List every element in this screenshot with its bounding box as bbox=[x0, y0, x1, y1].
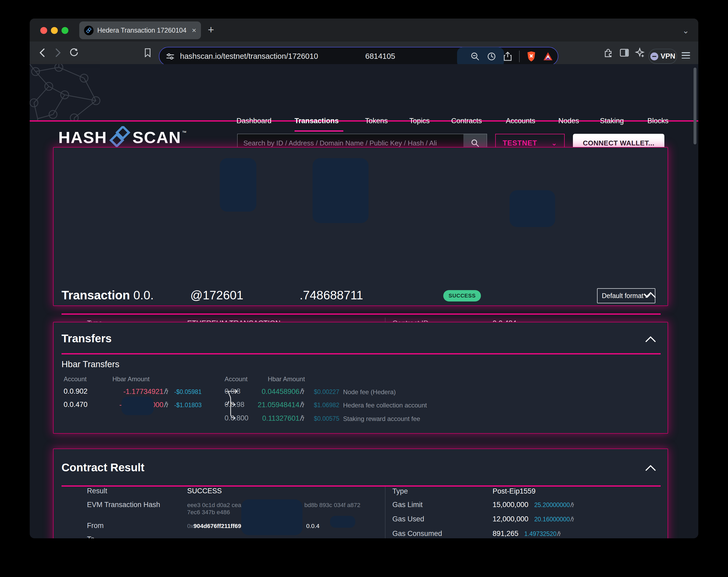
sender-account[interactable]: 0.0.470 bbox=[63, 401, 87, 409]
row-gas-consumed: Gas Consumed891,265 1.49732520ℏ bbox=[392, 529, 561, 538]
column-divider bbox=[385, 487, 386, 538]
nav-item-topics[interactable]: Topics bbox=[409, 117, 430, 125]
row-evm-hash: EVM Transaction Hash eee3 0c1d d0a2 ceab… bbox=[87, 500, 360, 516]
contract-result-card: Contract Result ResultSUCCESS EVM Transa… bbox=[53, 448, 668, 538]
row-result: ResultSUCCESS bbox=[87, 486, 222, 496]
receiver-description: Staking reward account fee bbox=[343, 415, 420, 422]
vpn-button[interactable]: VPN bbox=[648, 49, 677, 64]
hbar-transfers-subtitle: Hbar Transfers bbox=[61, 359, 119, 369]
collapse-chevron-icon[interactable] bbox=[645, 336, 656, 342]
transaction-title: Transaction 0.0.@172601.748688711 bbox=[61, 288, 363, 302]
nav-item-accounts[interactable]: Accounts bbox=[506, 117, 535, 125]
nav-item-nodes[interactable]: Nodes bbox=[558, 117, 579, 125]
sender-usd: -$1.01803 bbox=[174, 402, 202, 409]
url-text: hashscan.io/testnet/transaction/17260106… bbox=[180, 52, 395, 61]
redaction-box bbox=[313, 158, 368, 223]
collapse-chevron-icon[interactable] bbox=[645, 292, 656, 298]
tab-close-icon[interactable]: × bbox=[192, 26, 196, 35]
history-clock-icon[interactable] bbox=[487, 52, 496, 61]
sender-account[interactable]: 0.0.902 bbox=[63, 387, 87, 395]
transfers-title: Transfers bbox=[61, 332, 112, 345]
sender-usd: -$0.05981 bbox=[174, 388, 202, 395]
desktop: Hedera Transaction 17260104 × + ⌄ hashsc… bbox=[0, 0, 728, 577]
receiver-account[interactable]: 0.0.8 bbox=[225, 387, 240, 395]
title-divider bbox=[61, 353, 661, 354]
contract-result-title: Contract Result bbox=[61, 461, 145, 474]
logo-scan-text: SCAN bbox=[133, 128, 181, 147]
scrollbar-thumb[interactable] bbox=[694, 67, 697, 144]
menu-hamburger-icon[interactable] bbox=[682, 52, 690, 59]
status-badge: SUCCESS bbox=[443, 290, 481, 301]
col-header-hbar-amount: Hbar Amount bbox=[112, 376, 150, 383]
new-tab-button[interactable]: + bbox=[208, 24, 214, 35]
site-controls-icon[interactable] bbox=[166, 53, 174, 60]
close-window-button[interactable] bbox=[40, 27, 47, 34]
redaction-box bbox=[122, 396, 154, 415]
logo-trademark: ™ bbox=[182, 130, 186, 135]
nav-item-contracts[interactable]: Contracts bbox=[451, 117, 482, 125]
network-pattern-decoration bbox=[30, 64, 154, 120]
logo-hash-text: HASH bbox=[58, 128, 107, 147]
redaction-box bbox=[330, 516, 355, 528]
row-gas-limit: Gas Limit15,000,000 25.20000000ℏ bbox=[392, 500, 574, 510]
zoom-out-icon[interactable] bbox=[470, 52, 480, 61]
receiver-usd: $1.06982 bbox=[314, 402, 339, 409]
sender-amount: -1.17734921ℏ bbox=[91, 387, 168, 396]
chevron-down-icon: ⌄ bbox=[551, 139, 557, 147]
hashscan-diamond-icon bbox=[109, 126, 131, 148]
col-header-account: Account bbox=[63, 376, 87, 383]
browser-tab[interactable]: Hedera Transaction 17260104 × bbox=[79, 22, 201, 39]
brave-shield-icon[interactable] bbox=[526, 51, 536, 62]
minimize-window-button[interactable] bbox=[51, 27, 58, 34]
nav-item-staking[interactable]: Staking bbox=[600, 117, 624, 125]
hashscan-logo[interactable]: HASH SCAN ™ bbox=[58, 126, 186, 148]
active-nav-underline bbox=[294, 130, 343, 132]
network-select-value: TESTNET bbox=[503, 139, 537, 147]
receiver-usd: $0.00575 bbox=[314, 415, 339, 422]
vpn-status-icon bbox=[650, 52, 658, 60]
vpn-label: VPN bbox=[661, 52, 676, 60]
site-header: HASH SCAN ™ A HEDERA COMMUNITY SERVICE F… bbox=[30, 64, 698, 121]
bookmark-icon[interactable] bbox=[141, 46, 154, 59]
share-icon[interactable] bbox=[503, 51, 512, 61]
redaction-box bbox=[220, 158, 256, 212]
col-header-account: Account bbox=[225, 376, 248, 383]
receiver-amount: 0.11327601ℏ bbox=[252, 414, 304, 422]
title-divider bbox=[61, 313, 661, 315]
forward-icon[interactable] bbox=[51, 46, 65, 59]
nav-item-tokens[interactable]: Tokens bbox=[365, 117, 388, 125]
nav-item-transactions[interactable]: Transactions bbox=[294, 117, 339, 125]
row-gas-used: Gas Used12,000,000 20.16000000ℏ bbox=[392, 514, 574, 524]
receiver-account[interactable]: 0.0.98 bbox=[225, 401, 244, 409]
redaction-box bbox=[241, 499, 303, 535]
receiver-amount: 21.05948414ℏ bbox=[252, 401, 304, 409]
receiver-usd: $0.00227 bbox=[314, 388, 339, 395]
browser-window: Hedera Transaction 17260104 × + ⌄ hashsc… bbox=[30, 19, 698, 538]
extensions-puzzle-icon[interactable] bbox=[601, 46, 615, 59]
back-icon[interactable] bbox=[35, 46, 49, 59]
col-header-hbar-amount: Hbar Amount bbox=[268, 376, 305, 383]
receiver-amount: 0.04458906ℏ bbox=[252, 387, 304, 396]
nav-item-dashboard[interactable]: Dashboard bbox=[236, 117, 271, 125]
url-bar[interactable]: hashscan.io/testnet/transaction/17260106… bbox=[159, 47, 558, 66]
bat-icon[interactable] bbox=[543, 52, 553, 61]
receiver-description: Hedera fee collection account bbox=[343, 402, 427, 409]
leo-ai-sparkle-icon[interactable] bbox=[633, 46, 647, 59]
receiver-account[interactable]: 0.0.800 bbox=[225, 414, 249, 422]
collapse-chevron-icon[interactable] bbox=[645, 464, 656, 471]
receiver-description: Node fee (Hedera) bbox=[343, 388, 396, 396]
tab-strip: Hedera Transaction 17260104 × + ⌄ bbox=[30, 19, 698, 41]
nav-item-blocks[interactable]: Blocks bbox=[647, 117, 669, 125]
zoom-window-button[interactable] bbox=[61, 27, 69, 34]
url-bar-icons bbox=[470, 48, 553, 65]
row-to: To bbox=[87, 534, 187, 538]
redaction-box bbox=[510, 190, 555, 227]
browser-toolbar: hashscan.io/testnet/transaction/17260106… bbox=[30, 41, 698, 64]
tab-title: Hedera Transaction 17260104 bbox=[97, 27, 189, 34]
transfers-card: Transfers Hbar Transfers Account Hbar Am… bbox=[53, 322, 668, 434]
sidebar-icon[interactable] bbox=[618, 46, 631, 59]
hashscan-favicon bbox=[84, 26, 94, 35]
reload-icon[interactable] bbox=[67, 46, 81, 59]
search-icon bbox=[471, 139, 479, 147]
tab-search-chevron-icon[interactable]: ⌄ bbox=[682, 26, 689, 35]
